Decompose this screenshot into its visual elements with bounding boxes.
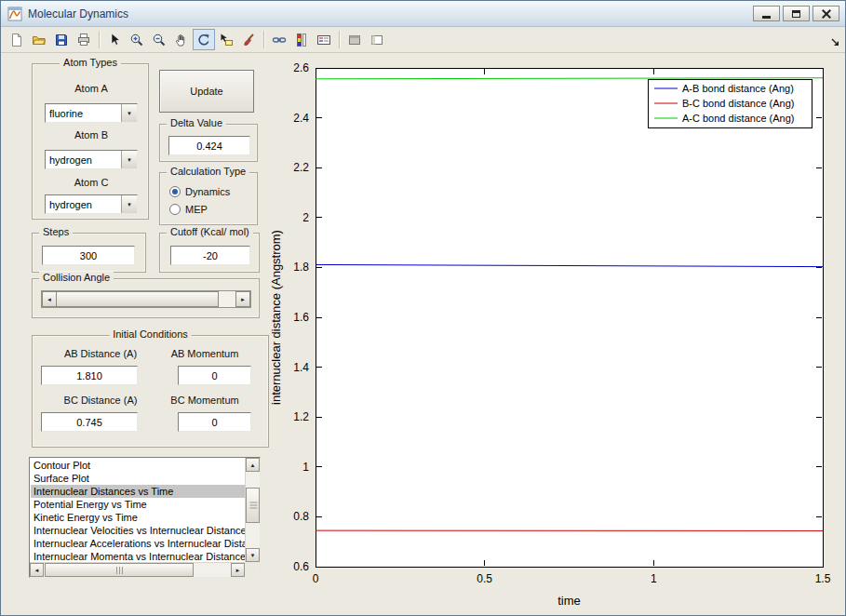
- radio-icon: [169, 204, 181, 215]
- initial-conditions-panel: Initial Conditions AB Distance (A) AB Mo…: [32, 335, 269, 448]
- listbox-horizontal-scrollbar[interactable]: ◄ ►: [30, 562, 245, 577]
- edit-plot-button[interactable]: [103, 29, 126, 50]
- app-window: Molecular Dynamics: [0, 0, 846, 616]
- plot-type-listbox[interactable]: Contour PlotSurface PlotInternuclear Dis…: [29, 457, 261, 578]
- new-figure-icon: [9, 33, 24, 47]
- delta-value-field[interactable]: 0.424: [168, 136, 250, 155]
- svg-text:2: 2: [302, 211, 309, 224]
- update-button[interactable]: Update: [159, 70, 254, 113]
- svg-text:internuclear distance (Angstro: internuclear distance (Angstrom): [269, 230, 283, 405]
- data-cursor-icon: [219, 33, 234, 47]
- vertical-scroll-thumb[interactable]: [246, 488, 260, 523]
- ab-distance-text: 1.810: [76, 370, 102, 382]
- svg-text:1.6: 1.6: [293, 311, 309, 324]
- cutoff-field[interactable]: -20: [170, 246, 250, 265]
- figure-toolbar: [1, 27, 845, 53]
- atom-c-label: Atom C: [33, 177, 150, 188]
- svg-text:2.6: 2.6: [293, 61, 309, 74]
- axes[interactable]: 00.511.50.60.811.21.41.61.822.22.42.6tim…: [265, 55, 846, 616]
- cutoff-panel: Cutoff (Kcal/ mol) -20: [159, 233, 260, 273]
- bc-momentum-label: BC Momentum: [158, 395, 251, 406]
- scroll-right-button[interactable]: ►: [231, 563, 245, 577]
- atom-types-panel: Atom Types Atom A fluorine ▼ Atom B hydr…: [32, 63, 149, 220]
- scrollbar-corner: [245, 562, 260, 577]
- window-title: Molecular Dynamics: [28, 7, 128, 20]
- radio-mep-label: MEP: [185, 204, 208, 215]
- toolbar-separator: [339, 31, 340, 48]
- zoom-out-button[interactable]: [148, 29, 170, 50]
- dock-figure-button[interactable]: [830, 34, 840, 51]
- slider-left-arrow[interactable]: ◄: [42, 291, 57, 307]
- list-item[interactable]: Internuclear Velocities vs Internuclear …: [31, 524, 245, 537]
- listbox-items: Contour PlotSurface PlotInternuclear Dis…: [31, 459, 245, 562]
- slider-right-arrow[interactable]: ►: [235, 291, 250, 307]
- radio-dynamics[interactable]: Dynamics: [169, 186, 230, 197]
- bc-distance-text: 0.745: [76, 417, 102, 428]
- list-item[interactable]: Kinetic Energy vs Time: [31, 511, 245, 524]
- svg-text:0.6: 0.6: [293, 560, 309, 573]
- radio-mep[interactable]: MEP: [169, 204, 208, 215]
- svg-text:A-B bond distance (Ang): A-B bond distance (Ang): [682, 83, 794, 94]
- collision-angle-panel: Collision Angle ◄ ►: [32, 278, 260, 318]
- list-item[interactable]: Internuclear Distances vs Time: [31, 485, 245, 498]
- svg-text:1.2: 1.2: [293, 410, 309, 423]
- list-item[interactable]: Contour Plot: [31, 459, 245, 472]
- svg-text:0: 0: [313, 572, 319, 585]
- scroll-left-button[interactable]: ◄: [30, 563, 44, 577]
- ab-distance-field[interactable]: 1.810: [41, 366, 138, 385]
- calculation-type-panel: Calculation Type Dynamics MEP: [159, 172, 258, 225]
- collision-angle-slider[interactable]: ◄ ►: [41, 290, 251, 308]
- zoom-out-icon: [152, 33, 167, 47]
- maximize-button[interactable]: [783, 6, 810, 21]
- list-item[interactable]: Potential Energy vs Time: [31, 498, 245, 511]
- new-figure-button[interactable]: [6, 29, 28, 50]
- svg-text:1.5: 1.5: [815, 572, 831, 585]
- svg-text:0.5: 0.5: [477, 572, 492, 585]
- window-controls: [753, 6, 839, 21]
- scroll-down-button[interactable]: ▼: [246, 548, 260, 562]
- save-figure-button[interactable]: [50, 29, 73, 50]
- bc-momentum-field[interactable]: 0: [178, 412, 251, 432]
- rotate-3d-button[interactable]: [193, 29, 215, 50]
- list-item[interactable]: Internuclear Momenta vs Internuclear Dis…: [31, 550, 245, 562]
- cutoff-title: Cutoff (Kcal/ mol): [167, 226, 253, 237]
- svg-text:2.2: 2.2: [293, 161, 309, 174]
- atom-a-dropdown[interactable]: fluorine ▼: [45, 103, 138, 123]
- show-plot-tools-icon: [369, 33, 384, 47]
- list-item[interactable]: Surface Plot: [31, 472, 245, 485]
- ab-momentum-field[interactable]: 0: [178, 366, 251, 385]
- slider-track[interactable]: [219, 291, 235, 307]
- insert-colorbar-button[interactable]: [290, 29, 313, 50]
- listbox-vertical-scrollbar[interactable]: ▲ ▼: [245, 458, 260, 562]
- hide-plot-tools-button[interactable]: [343, 29, 366, 50]
- insert-legend-button[interactable]: [313, 29, 335, 50]
- open-file-button[interactable]: [28, 29, 50, 50]
- print-figure-button[interactable]: [73, 29, 95, 50]
- show-plot-tools-button[interactable]: [366, 29, 388, 50]
- data-cursor-button[interactable]: [215, 29, 237, 50]
- list-item[interactable]: Internuclear Accelerations vs Internucle…: [31, 537, 245, 550]
- link-plot-button[interactable]: [268, 29, 290, 50]
- bc-distance-field[interactable]: 0.745: [41, 412, 138, 432]
- minimize-button[interactable]: [753, 6, 780, 21]
- svg-text:B-C bond distance (Ang): B-C bond distance (Ang): [682, 98, 794, 109]
- atom-b-dropdown[interactable]: hydrogen ▼: [45, 150, 138, 169]
- atom-c-dropdown[interactable]: hydrogen ▼: [45, 194, 138, 214]
- steps-field[interactable]: 300: [42, 246, 135, 265]
- pan-button[interactable]: [170, 29, 193, 50]
- link-plot-icon: [272, 33, 287, 47]
- update-button-label: Update: [190, 86, 222, 97]
- toolbar-separator: [263, 31, 264, 48]
- close-button[interactable]: [812, 6, 839, 21]
- rotate-3d-icon: [196, 33, 211, 47]
- plot-area[interactable]: 00.511.50.60.811.21.41.61.822.22.42.6tim…: [265, 55, 846, 616]
- slider-thumb[interactable]: [57, 291, 219, 307]
- save-figure-icon: [54, 33, 69, 47]
- brush-data-button[interactable]: [237, 29, 260, 50]
- scroll-up-button[interactable]: ▲: [246, 458, 260, 472]
- horizontal-scroll-thumb[interactable]: [45, 563, 194, 577]
- maximize-icon: [792, 10, 800, 18]
- radio-dynamics-label: Dynamics: [185, 186, 230, 197]
- zoom-in-button[interactable]: [126, 29, 148, 50]
- bc-distance-label: BC Distance (A): [40, 395, 161, 406]
